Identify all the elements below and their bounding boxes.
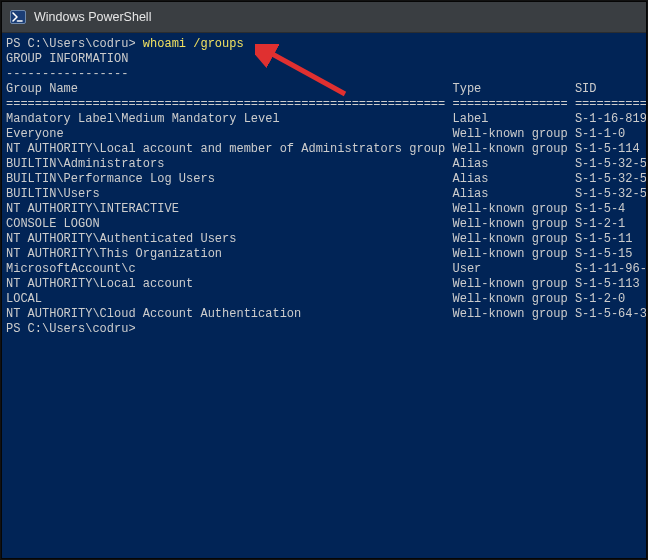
table-row: Mandatory Label\Medium Mandatory Level L…: [6, 112, 646, 127]
table-row: BUILTIN\Performance Log Users Alias S-1-…: [6, 172, 646, 187]
output-line: -----------------: [6, 67, 646, 82]
powershell-icon: [10, 9, 26, 25]
prompt-line: PS C:\Users\codru>: [6, 322, 646, 337]
powershell-window: Windows PowerShell PS C:\Users\codru> wh…: [2, 2, 646, 558]
table-row: NT AUTHORITY\Authenticated Users Well-kn…: [6, 232, 646, 247]
table-row: MicrosoftAccount\c User S-1-11-96-362345…: [6, 262, 646, 277]
prompt-prefix: PS C:\Users\codru>: [6, 322, 136, 336]
table-row: NT AUTHORITY\This Organization Well-know…: [6, 247, 646, 262]
command-text: whoami /groups: [143, 37, 244, 51]
prompt-line: PS C:\Users\codru> whoami /groups: [6, 37, 646, 52]
column-header: Group Name Type SID: [6, 82, 646, 97]
table-row: BUILTIN\Administrators Alias S-1-5-32-54…: [6, 157, 646, 172]
table-row: BUILTIN\Users Alias S-1-5-32-545: [6, 187, 646, 202]
table-row: NT AUTHORITY\Local account and member of…: [6, 142, 646, 157]
table-row: NT AUTHORITY\Cloud Account Authenticatio…: [6, 307, 646, 322]
table-row: NT AUTHORITY\INTERACTIVE Well-known grou…: [6, 202, 646, 217]
terminal-body[interactable]: PS C:\Users\codru> whoami /groupsGROUP I…: [2, 33, 646, 558]
prompt-prefix: PS C:\Users\codru>: [6, 37, 136, 51]
titlebar[interactable]: Windows PowerShell: [2, 2, 646, 33]
table-row: Everyone Well-known group S-1-1-0: [6, 127, 646, 142]
table-row: NT AUTHORITY\Local account Well-known gr…: [6, 277, 646, 292]
table-row: LOCAL Well-known group S-1-2-0: [6, 292, 646, 307]
output-line: GROUP INFORMATION: [6, 52, 646, 67]
divider-line: ========================================…: [6, 97, 646, 112]
window-title: Windows PowerShell: [34, 10, 151, 24]
table-row: CONSOLE LOGON Well-known group S-1-2-1: [6, 217, 646, 232]
